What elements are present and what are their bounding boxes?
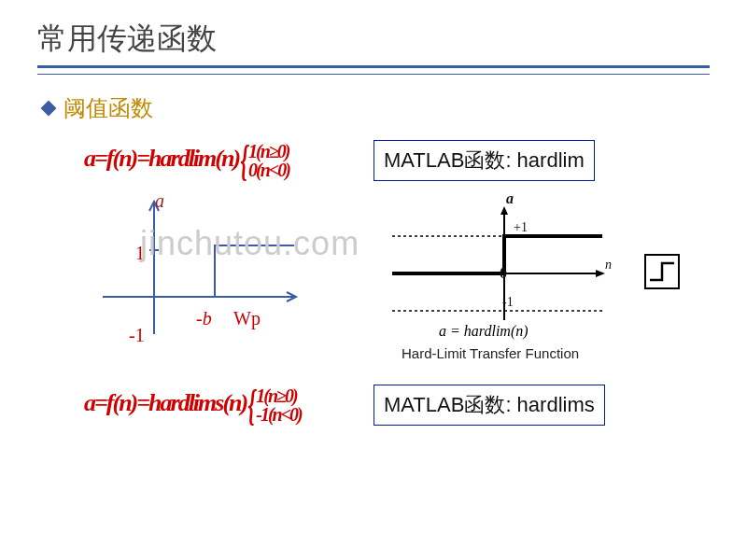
bullet-diamond-icon — [41, 101, 57, 117]
right-graph-y-label: a — [506, 190, 514, 207]
right-graph-zero: 0 — [500, 265, 507, 282]
title-underline-thick — [37, 65, 710, 68]
subtitle: 阈值函数 — [63, 93, 153, 123]
right-graph-plus1: +1 — [514, 220, 528, 235]
title-underline-thin — [37, 74, 710, 75]
formula-hardlims: a=f(n)=hardlims(n){1(n≥0)-1(n<0) — [84, 386, 374, 424]
left-step-graph: a 1 -b Wp -1 — [84, 194, 308, 343]
left-graph-y-label: a — [155, 190, 164, 212]
left-graph-tick-neg1: -1 — [129, 325, 145, 346]
left-graph-tick-1: 1 — [135, 243, 145, 264]
right-graph-minus1: -1 — [502, 295, 514, 310]
matlab-box-hardlims: MATLAB函数: hardlims — [374, 385, 605, 426]
right-graph-caption: Hard-Limit Transfer Function — [402, 345, 579, 361]
slide-title: 常用传递函数 — [37, 19, 710, 60]
formula-hardlim: a=f(n)=hardlim(n){1(n≥0)0(n<0) — [84, 142, 374, 179]
left-graph-wp: Wp — [233, 308, 261, 329]
right-step-graph: a +1 0 n -1 a = hardlim(n) Hard-Limit Tr… — [383, 194, 691, 371]
matlab-box-hardlim: MATLAB函数: hardlim — [374, 140, 595, 181]
left-graph-negb: -b — [196, 308, 212, 329]
right-graph-formula: a = hardlim(n) — [439, 323, 529, 340]
right-graph-n: n — [605, 258, 612, 273]
hardlim-symbol-icon — [644, 254, 680, 289]
